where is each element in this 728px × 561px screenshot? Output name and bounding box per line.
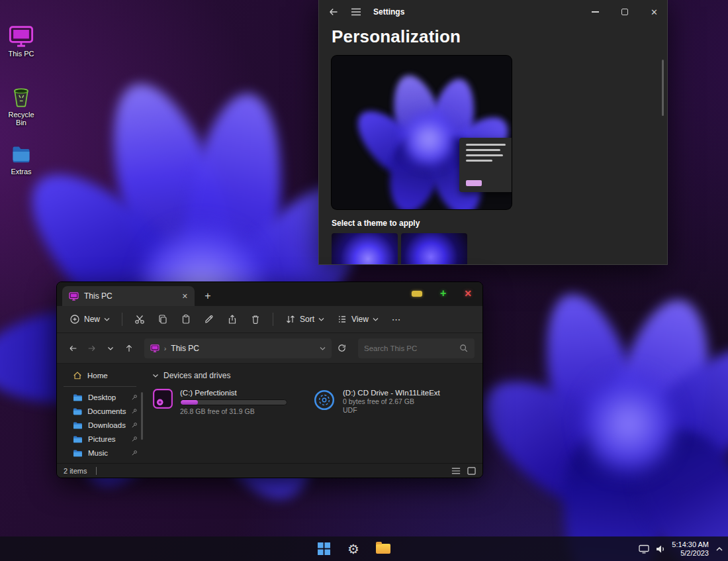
drive-free-space: 26.8 GB free of 31.9 GB — [180, 407, 287, 416]
maximize-icon[interactable]: + — [440, 289, 446, 298]
details-view-icon[interactable] — [451, 467, 461, 475]
sidebar-item-desktop[interactable]: Desktop — [57, 390, 143, 404]
tray-overflow-icon[interactable] — [715, 546, 724, 552]
large-icons-view-icon[interactable] — [467, 467, 476, 475]
forward-button[interactable] — [83, 340, 99, 357]
desktop-icon-label: Recycle Bin — [3, 111, 39, 127]
hamburger-menu-icon[interactable] — [351, 7, 361, 17]
content-pane: Devices and drives (C:) Perfectionist 26… — [143, 364, 482, 463]
start-button[interactable] — [312, 538, 335, 559]
sidebar-item-pictures[interactable]: Pictures — [57, 432, 143, 446]
sidebar-item-downloads[interactable]: Downloads — [57, 418, 143, 432]
sidebar-item-label: Downloads — [88, 421, 126, 429]
pin-icon — [131, 450, 138, 456]
toolbar-separator — [273, 313, 273, 326]
sidebar-item-label: Music — [88, 449, 108, 457]
sidebar-item-music[interactable]: Music — [57, 446, 143, 460]
back-icon — [68, 344, 78, 353]
paste-button[interactable] — [177, 311, 195, 327]
close-icon[interactable]: ✕ — [651, 7, 658, 17]
drive-usage-bar — [180, 399, 287, 405]
file-explorer-window: This PC ✕ + + ✕ New — [56, 281, 483, 478]
preview-text-line — [466, 160, 492, 162]
rename-icon — [204, 314, 214, 325]
clock[interactable]: 5:14:30 AM 5/2/2023 — [672, 540, 709, 558]
this-pc-icon — [9, 25, 34, 48]
recent-locations-button[interactable] — [103, 340, 118, 357]
search-box[interactable] — [358, 338, 475, 358]
new-tab-button[interactable]: + — [199, 287, 217, 305]
new-button-label: New — [84, 315, 100, 324]
taskbar: ⚙ 5:14:30 AM 5/2/2023 — [0, 536, 728, 561]
cut-button[interactable] — [131, 311, 148, 327]
share-button[interactable] — [224, 311, 241, 327]
gear-icon: ⚙ — [347, 542, 359, 556]
display-tray-icon[interactable] — [639, 544, 649, 554]
search-input[interactable] — [364, 344, 459, 352]
explorer-body: Home Desktop Documents Downloads — [57, 364, 482, 463]
address-bar: › This PC — [57, 333, 482, 364]
settings-scrollbar[interactable] — [662, 60, 664, 116]
folder-icon — [10, 144, 32, 166]
sidebar-item-label: Desktop — [88, 393, 116, 401]
tab-this-pc[interactable]: This PC ✕ — [62, 286, 195, 306]
sidebar-item-label: Documents — [87, 407, 126, 415]
sidebar-scrollbar[interactable] — [141, 392, 143, 440]
desktop-icon-label: Extras — [11, 168, 31, 176]
desktop-icon-this-pc[interactable]: This PC — [3, 25, 39, 58]
copy-button[interactable] — [154, 311, 171, 327]
maximize-icon[interactable] — [621, 9, 628, 15]
up-icon — [124, 344, 134, 353]
tab-close-icon[interactable]: ✕ — [182, 292, 188, 301]
cut-icon — [134, 314, 145, 325]
windows-logo-icon — [318, 542, 330, 555]
up-button[interactable] — [121, 340, 137, 357]
folder-icon — [73, 435, 83, 443]
delete-button[interactable] — [247, 311, 264, 327]
refresh-icon — [337, 343, 347, 353]
this-pc-icon — [69, 292, 79, 301]
drive-d-item[interactable]: (D:) CD Drive - WIn11LiteExt 0 bytes fre… — [312, 388, 440, 416]
section-header-label: Devices and drives — [163, 371, 230, 380]
drive-icon — [152, 388, 173, 409]
more-options-button[interactable]: ⋯ — [388, 314, 406, 325]
chevron-down-icon — [107, 346, 114, 351]
sidebar-item-documents[interactable]: Documents — [57, 404, 143, 418]
minimize-icon[interactable] — [592, 11, 599, 12]
back-button[interactable] — [65, 340, 81, 357]
refresh-button[interactable] — [334, 340, 350, 357]
back-icon[interactable] — [328, 7, 339, 17]
desktop-icon-extras[interactable]: Extras — [3, 144, 39, 176]
pin-icon — [131, 422, 138, 429]
sidebar-divider — [64, 386, 136, 387]
new-button[interactable]: New — [66, 311, 113, 327]
paste-icon — [181, 314, 191, 325]
folder-icon — [73, 407, 82, 415]
pin-icon — [131, 408, 138, 415]
share-icon — [227, 314, 238, 325]
breadcrumb[interactable]: › This PC — [144, 338, 332, 358]
status-divider — [96, 467, 97, 475]
minimize-icon[interactable] — [412, 291, 422, 297]
settings-title: Settings — [373, 7, 404, 17]
taskbar-settings-button[interactable]: ⚙ — [342, 538, 365, 559]
plus-circle-icon — [69, 314, 80, 325]
desktop-icon-recycle-bin[interactable]: Recycle Bin — [3, 85, 39, 127]
folder-icon — [73, 449, 83, 457]
close-icon[interactable]: ✕ — [464, 288, 472, 299]
rename-button[interactable] — [201, 311, 218, 327]
view-button[interactable]: View — [334, 311, 382, 327]
theme-thumbnail-2[interactable] — [401, 233, 467, 265]
chevron-down-icon[interactable] — [320, 346, 326, 351]
sort-button[interactable]: Sort — [282, 311, 328, 327]
sidebar-item-home[interactable]: Home — [57, 368, 143, 382]
preview-petal — [403, 110, 455, 168]
settings-titlebar: Settings ✕ — [319, 0, 667, 24]
theme-thumbnail-1[interactable] — [332, 233, 398, 265]
section-header-devices[interactable]: Devices and drives — [150, 371, 482, 380]
taskbar-explorer-button[interactable] — [372, 538, 394, 559]
drive-c-item[interactable]: (C:) Perfectionist 26.8 GB free of 31.9 … — [152, 388, 287, 416]
volume-icon[interactable] — [655, 544, 666, 554]
tab-strip: This PC ✕ + + ✕ — [57, 282, 482, 306]
preview-accent-button — [466, 180, 482, 186]
